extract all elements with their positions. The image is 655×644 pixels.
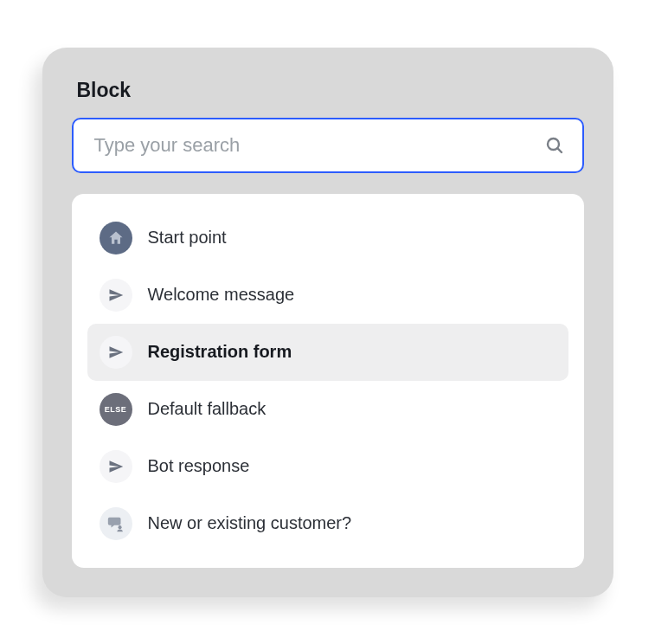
list-item-label: Welcome message (148, 285, 295, 305)
send-icon (100, 450, 132, 483)
chat-person-icon (100, 507, 132, 540)
search-input[interactable] (94, 134, 544, 157)
send-icon (100, 336, 132, 369)
panel-title: Block (77, 79, 584, 102)
block-list: Start point Welcome message Registration… (72, 194, 584, 568)
list-item-new-or-existing-customer[interactable]: New or existing customer? (87, 495, 568, 552)
list-item-default-fallback[interactable]: ELSE Default fallback (87, 381, 568, 438)
svg-line-1 (557, 148, 562, 152)
list-item-registration-form[interactable]: Registration form (87, 324, 568, 381)
search-icon (544, 135, 565, 156)
home-icon (100, 222, 132, 254)
svg-point-2 (118, 525, 121, 529)
block-panel: Block Start point Welcome m (42, 48, 613, 597)
list-item-start-point[interactable]: Start point (87, 209, 568, 267)
search-box[interactable] (72, 118, 584, 173)
send-icon (100, 279, 132, 312)
list-item-label: Default fallback (148, 399, 266, 419)
list-item-label: Bot response (148, 456, 250, 476)
else-icon: ELSE (100, 393, 132, 426)
list-item-label: Start point (148, 228, 227, 248)
list-item-welcome-message[interactable]: Welcome message (87, 267, 568, 324)
list-item-label: New or existing customer? (148, 513, 352, 533)
list-item-bot-response[interactable]: Bot response (87, 438, 568, 495)
list-item-label: Registration form (148, 342, 292, 362)
